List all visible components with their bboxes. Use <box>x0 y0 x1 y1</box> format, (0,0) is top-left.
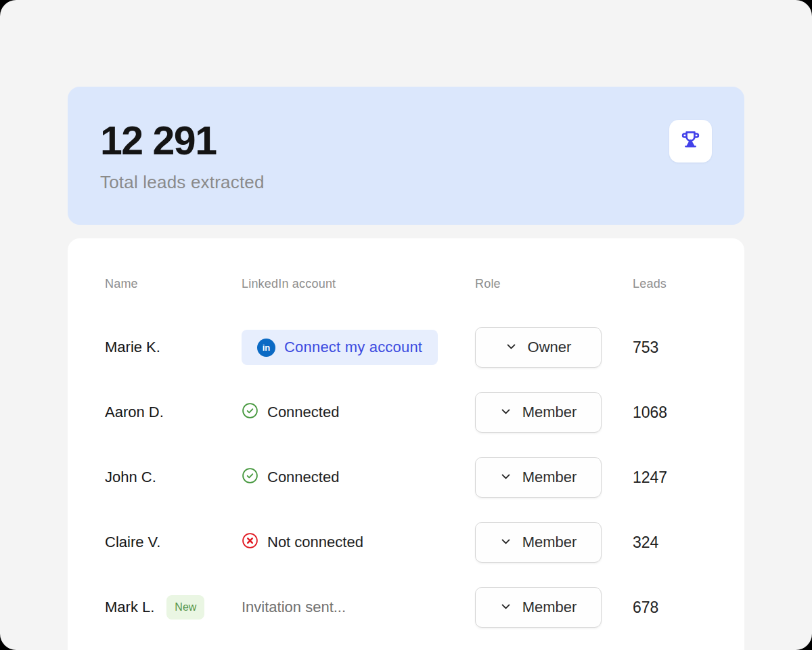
role-dropdown[interactable]: Member <box>475 457 602 498</box>
table-body: Marie K. in Connect my account Owner <box>105 315 717 640</box>
table-row: Aaron D. Connected Member <box>105 380 717 445</box>
check-circle-icon <box>242 467 258 488</box>
status-label: Connected <box>267 404 339 421</box>
trophy-icon <box>680 129 701 153</box>
role-dropdown[interactable]: Member <box>475 392 602 433</box>
table-row: Mark L. New Invitation sent... Member 67… <box>105 575 717 640</box>
check-circle-icon <box>242 402 258 423</box>
connect-account-button[interactable]: in Connect my account <box>242 330 438 365</box>
role-cell: Owner <box>475 327 633 368</box>
x-circle-icon <box>242 532 258 553</box>
column-header-name: Name <box>105 277 242 291</box>
trophy-tile <box>669 120 712 162</box>
member-name: Aaron D. <box>105 404 242 421</box>
role-value: Member <box>522 599 577 616</box>
table-row: Claire V. Not connected Member <box>105 510 717 575</box>
role-cell: Member <box>475 587 633 628</box>
linkedin-account-cell: Connected <box>242 402 475 423</box>
member-name-with-badge: Mark L. New <box>105 595 242 620</box>
app-screen: 12 291 Total leads extracted Name Linked… <box>0 0 812 650</box>
new-badge: New <box>166 595 204 620</box>
leads-value: 753 <box>633 339 717 357</box>
status-label: Connected <box>267 469 339 486</box>
role-value: Member <box>522 469 577 486</box>
status-label: Not connected <box>267 534 363 551</box>
chevron-down-icon <box>500 599 512 616</box>
linkedin-account-cell: in Connect my account <box>242 330 475 365</box>
leads-value: 324 <box>633 534 717 552</box>
role-value: Member <box>522 404 577 421</box>
member-name: Claire V. <box>105 534 242 551</box>
chevron-down-icon <box>500 469 512 486</box>
connection-status: Connected <box>242 467 339 488</box>
total-leads-label: Total leads extracted <box>100 172 712 193</box>
linkedin-account-cell: Not connected <box>242 532 475 553</box>
chevron-down-icon <box>505 339 517 356</box>
role-value: Owner <box>528 339 572 356</box>
role-dropdown[interactable]: Member <box>475 587 602 628</box>
member-name: Mark L. <box>105 599 154 616</box>
leads-value: 1247 <box>633 469 717 487</box>
role-dropdown[interactable]: Member <box>475 522 602 563</box>
column-header-leads: Leads <box>633 277 717 291</box>
connection-status: Not connected <box>242 532 363 553</box>
role-cell: Member <box>475 457 633 498</box>
table-row: John C. Connected Member <box>105 445 717 510</box>
status-label: Invitation sent... <box>242 599 346 615</box>
linkedin-icon: in <box>257 339 275 357</box>
member-name: Marie K. <box>105 339 242 356</box>
connect-account-label: Connect my account <box>284 339 422 356</box>
role-value: Member <box>522 534 577 551</box>
stats-card: 12 291 Total leads extracted <box>68 87 744 225</box>
role-dropdown[interactable]: Owner <box>475 327 602 368</box>
member-name: John C. <box>105 469 242 486</box>
role-cell: Member <box>475 392 633 433</box>
connection-status: Connected <box>242 402 339 423</box>
table-header-row: Name LinkedIn account Role Leads <box>105 277 717 291</box>
leads-value: 678 <box>633 599 717 617</box>
linkedin-account-cell: Invitation sent... <box>242 599 475 616</box>
column-header-linkedin-account: LinkedIn account <box>242 277 475 291</box>
chevron-down-icon <box>500 534 512 551</box>
linkedin-account-cell: Connected <box>242 467 475 488</box>
table-row: Marie K. in Connect my account Owner <box>105 315 717 380</box>
chevron-down-icon <box>500 404 512 421</box>
total-leads-value: 12 291 <box>100 121 712 162</box>
column-header-role: Role <box>475 277 633 291</box>
team-table-card: Name LinkedIn account Role Leads Marie K… <box>68 238 744 650</box>
role-cell: Member <box>475 522 633 563</box>
leads-value: 1068 <box>633 404 717 422</box>
